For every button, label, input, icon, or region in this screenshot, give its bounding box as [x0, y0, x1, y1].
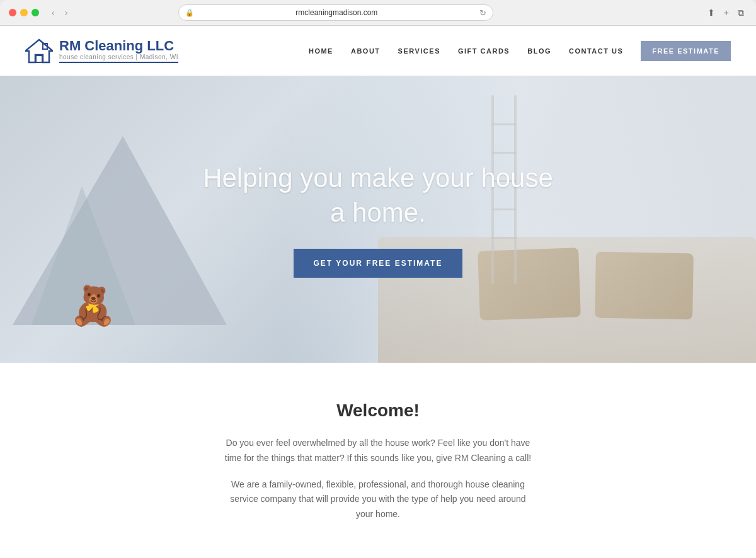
maximize-dot[interactable] — [32, 9, 39, 16]
svg-rect-1 — [36, 55, 42, 62]
share-button[interactable]: ⬆ — [704, 6, 718, 19]
logo-title: RM Cleaning LLC — [59, 38, 178, 54]
nav-gift-cards[interactable]: GIFT CARDS — [458, 47, 510, 55]
hero-headline-line2: a home. — [330, 198, 426, 227]
logo-area[interactable]: RM Cleaning LLC house cleaning services … — [25, 38, 178, 64]
ladder-rung-2 — [491, 152, 517, 154]
hero-headline: Helping you make your house a home. — [203, 161, 553, 230]
logo-icon — [25, 38, 53, 64]
minimize-dot[interactable] — [20, 9, 28, 16]
back-button[interactable]: ‹ — [49, 6, 57, 19]
hero-section: 🧸 Helping you make your house a home. GE… — [0, 76, 756, 363]
address-bar[interactable]: 🔒 rmcleaningmadison.com ↻ — [178, 4, 493, 21]
tabs-button[interactable]: ⧉ — [735, 6, 747, 20]
forward-button[interactable]: › — [62, 6, 71, 19]
welcome-section: Welcome! Do you ever feel overwhelmed by… — [0, 363, 756, 558]
website-content: RM Cleaning LLC house cleaning services … — [0, 26, 756, 558]
nav-free-estimate-button[interactable]: FREE ESTIMATE — [641, 41, 731, 61]
lock-icon: 🔒 — [185, 9, 194, 17]
browser-nav-buttons: ‹ › — [49, 6, 70, 19]
logo-subtitle: house cleaning services | Madison, WI — [59, 54, 178, 60]
logo-text: RM Cleaning LLC house cleaning services … — [59, 38, 178, 63]
welcome-paragraph-2: We are a family-owned, flexible, profess… — [220, 477, 536, 522]
url-text: rmcleaningmadison.com — [198, 8, 476, 17]
nav-home[interactable]: HOME — [309, 47, 333, 55]
nav-blog[interactable]: BLOG — [527, 47, 551, 55]
browser-chrome: ‹ › 🔒 rmcleaningmadison.com ↻ ⬆ + ⧉ — [0, 0, 756, 26]
window-actions: ⬆ + ⧉ — [704, 6, 747, 20]
teddy-bear: 🧸 — [69, 283, 117, 328]
hero-content: Helping you make your house a home. GET … — [203, 161, 553, 278]
svg-marker-0 — [25, 40, 53, 62]
hero-headline-line1: Helping you make your house — [203, 163, 553, 193]
navigation-bar: RM Cleaning LLC house cleaning services … — [0, 26, 756, 76]
nav-services[interactable]: SERVICES — [398, 47, 440, 55]
new-tab-button[interactable]: + — [721, 6, 732, 19]
browser-dots — [9, 9, 39, 16]
welcome-title: Welcome! — [25, 401, 731, 421]
ladder-rung-1 — [491, 123, 517, 125]
refresh-icon[interactable]: ↻ — [479, 8, 486, 18]
browser-titlebar: ‹ › 🔒 rmcleaningmadison.com ↻ ⬆ + ⧉ — [0, 0, 756, 25]
close-dot[interactable] — [9, 9, 16, 16]
nav-contact[interactable]: CONTACT US — [569, 47, 623, 55]
logo-underline — [59, 62, 178, 63]
welcome-paragraph-1: Do you ever feel overwhelmed by all the … — [220, 436, 536, 466]
nav-about[interactable]: ABOUT — [351, 47, 381, 55]
hero-cta-button[interactable]: GET YOUR FREE ESTIMATE — [294, 249, 463, 278]
pillow-right — [595, 252, 694, 320]
nav-links: HOME ABOUT SERVICES GIFT CARDS BLOG CONT… — [309, 41, 731, 61]
